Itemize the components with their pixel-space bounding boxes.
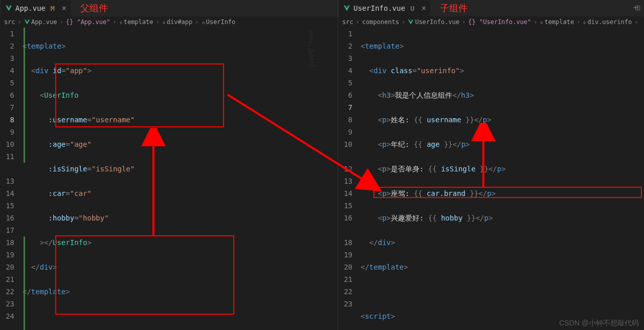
code-content-right[interactable]: <template> <div class="userinfo"> <h3>我是… (361, 28, 644, 330)
tab-filename: App.vue (15, 4, 46, 12)
watermark: CSDN @小钟不想敲代码 (559, 319, 639, 328)
annotation-parent-component: 父组件 (80, 2, 108, 14)
tab-app-vue[interactable]: App.vue M × (1, 0, 71, 16)
tab-bar-right: UserInfo.vue U × 子组件 ◫ (338, 0, 644, 16)
close-icon[interactable]: × (62, 4, 66, 13)
close-icon[interactable]: × (421, 4, 426, 13)
tab-bar-left: App.vue M × 父组件 ⋯ (0, 0, 338, 16)
code-editor-left[interactable]: 1234567891011131415161718192021222324 <t… (0, 28, 338, 330)
breadcrumb-left[interactable]: src› App.vue› {} "App.vue"› ⬨ template› … (0, 16, 338, 28)
line-gutter: 1234567891011131415161718192021222324 (0, 28, 23, 330)
code-editor-right[interactable]: 123456789101213141516181920212223 <templ… (338, 28, 644, 330)
breadcrumb-right[interactable]: src› components› UserInfo.vue› {} "UserI… (338, 16, 644, 28)
left-editor-pane: App.vue M × 父组件 ⋯ src› App.vue› {} "App.… (0, 0, 338, 330)
vue-icon (5, 5, 12, 12)
tab-untracked-indicator: U (410, 5, 414, 12)
tab-filename: UserInfo.vue (353, 4, 405, 12)
tab-userinfo-vue[interactable]: UserInfo.vue U × (339, 0, 431, 16)
annotation-child-component: 子组件 (440, 2, 468, 14)
line-gutter: 123456789101213141516181920212223 (338, 28, 361, 330)
minimap-left[interactable]: ▬▬▬▬ ▬▬▬▬▬ ▬▬▬▬▬▬▬▬ ▬▬▬▬▬ ▬▬▬▬ ▬▬▬▬▬▬ ▬▬… (307, 28, 338, 330)
split-editor-icon[interactable]: ◫ (636, 3, 640, 11)
code-content-left[interactable]: <template> <div id="app"> <UserInfo :use… (23, 28, 307, 330)
vue-icon (343, 5, 350, 12)
tab-modified-indicator: M (51, 5, 55, 12)
right-editor-pane: UserInfo.vue U × 子组件 ◫ src› components› … (338, 0, 644, 330)
